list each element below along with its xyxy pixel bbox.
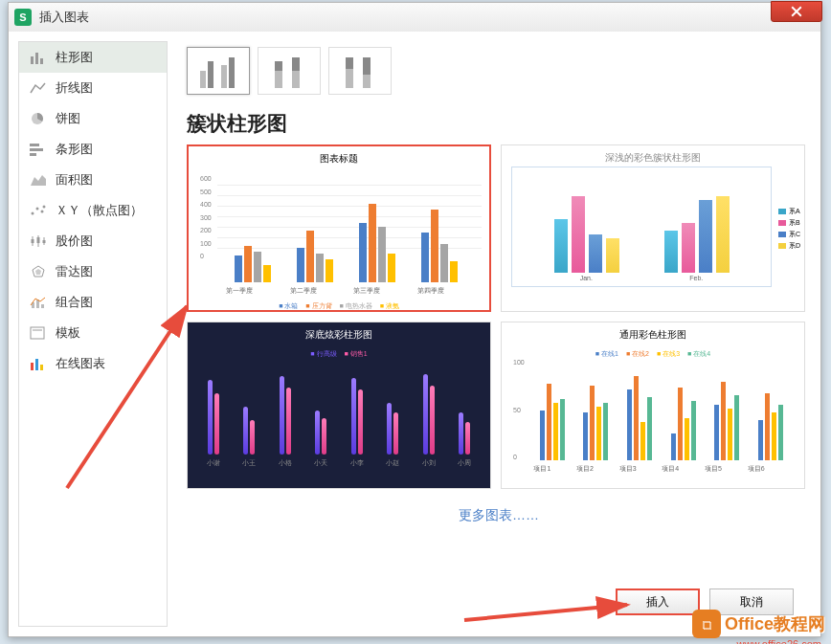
sidebar-label: 柱形图 <box>56 49 93 66</box>
sidebar-item-combo[interactable]: 组合图 <box>19 287 167 318</box>
svg-marker-7 <box>31 175 46 186</box>
sidebar-item-stock[interactable]: 股价图 <box>19 226 167 256</box>
svg-rect-0 <box>31 56 34 64</box>
subtype-row <box>187 41 811 104</box>
sidebar-label: 饼图 <box>56 110 80 127</box>
close-icon <box>791 6 802 17</box>
legend: ■ 水箱 ■ 压力背 ■ 电热水器 ■ 液氨 <box>189 296 489 311</box>
watermark-text: Office教程网 <box>725 612 825 635</box>
svg-rect-22 <box>41 304 44 308</box>
svg-marker-19 <box>35 269 41 275</box>
svg-rect-4 <box>30 144 39 146</box>
svg-rect-17 <box>43 240 46 243</box>
watermark-icon: □ <box>692 610 721 638</box>
chart-preview-1[interactable]: 图表标题 6005004003002001000 第一季度第二季度第三季度第四季… <box>187 144 491 312</box>
preview-title: 深底炫彩柱形图 <box>188 322 490 344</box>
combo-chart-icon <box>29 295 48 310</box>
stock-chart-icon <box>29 233 48 249</box>
scatter-chart-icon <box>29 203 48 218</box>
svg-rect-31 <box>229 57 235 88</box>
svg-point-9 <box>36 208 39 211</box>
more-charts-link[interactable]: 更多图表…… <box>187 489 811 542</box>
svg-rect-23 <box>31 327 44 339</box>
more-link-text[interactable]: 更多图表…… <box>459 507 539 522</box>
svg-rect-24 <box>33 329 42 331</box>
legend: ■ 在线1 ■ 在线2 ■ 在线3 ■ 在线4 <box>502 344 804 359</box>
sidebar-item-scatter[interactable]: ＸＹ（散点图） <box>19 195 167 226</box>
svg-point-10 <box>41 211 44 213</box>
sidebar-item-radar[interactable]: 雷达图 <box>19 256 167 287</box>
chart-type-sidebar: 柱形图 折线图 饼图 条形图 面积图 ＸＹ（散点图） <box>18 41 168 627</box>
svg-rect-27 <box>40 365 43 370</box>
sidebar-item-template[interactable]: 模板 <box>19 318 167 348</box>
bar-chart-icon <box>29 142 48 157</box>
watermark-url: www.office26.com <box>737 638 821 644</box>
svg-rect-25 <box>31 363 34 370</box>
online-chart-icon <box>29 356 48 371</box>
svg-point-11 <box>43 206 46 209</box>
svg-rect-6 <box>30 153 36 156</box>
svg-rect-29 <box>208 61 213 88</box>
legend: ■ 行高级 ■ 销售1 <box>188 344 490 359</box>
insert-chart-dialog: S 插入图表 柱形图 折线图 饼图 条形图 <box>8 2 821 637</box>
chart-preview-2[interactable]: 深浅的彩色簇状柱形图 Jan.Feb. 系A 系B 系C 系D <box>501 144 805 312</box>
sidebar-item-column[interactable]: 柱形图 <box>19 42 167 73</box>
svg-rect-2 <box>40 58 43 64</box>
svg-rect-28 <box>200 71 206 88</box>
line-chart-icon <box>29 80 48 96</box>
sidebar-item-area[interactable]: 面积图 <box>19 165 167 195</box>
svg-rect-33 <box>275 61 282 71</box>
sidebar-label: 组合图 <box>56 294 93 311</box>
chart-preview-3[interactable]: 深底炫彩柱形图 ■ 行高级 ■ 销售1 <box>187 322 491 489</box>
sidebar-item-bar[interactable]: 条形图 <box>19 134 167 165</box>
sidebar-label: 模板 <box>56 324 80 342</box>
svg-rect-13 <box>32 239 34 243</box>
template-icon <box>29 325 48 341</box>
sidebar-item-line[interactable]: 折线图 <box>19 73 167 103</box>
sidebar-label: 折线图 <box>56 79 93 97</box>
app-icon: S <box>14 9 32 26</box>
sidebar-label: 雷达图 <box>56 263 93 280</box>
subtype-clustered[interactable] <box>187 47 250 95</box>
insert-button[interactable]: 插入 <box>616 588 700 615</box>
svg-rect-35 <box>292 57 300 71</box>
svg-rect-30 <box>221 65 227 88</box>
sidebar-label: 面积图 <box>56 171 93 189</box>
area-chart-icon <box>29 172 48 188</box>
chart-preview-4[interactable]: 通用彩色柱形图 ■ 在线1 ■ 在线2 ■ 在线3 ■ 在线4 100500 <box>501 322 805 489</box>
preview-title: 深浅的彩色簇状柱形图 <box>502 145 804 167</box>
svg-point-8 <box>32 212 34 215</box>
dialog-body: 柱形图 折线图 饼图 条形图 面积图 ＸＹ（散点图） <box>9 32 820 636</box>
svg-rect-15 <box>37 237 40 243</box>
svg-rect-37 <box>346 57 353 69</box>
sidebar-label: 条形图 <box>56 141 93 158</box>
sidebar-label: 在线图表 <box>56 355 105 372</box>
close-button[interactable] <box>771 1 822 22</box>
titlebar: S 插入图表 <box>9 3 820 32</box>
sidebar-label: ＸＹ（散点图） <box>56 202 143 219</box>
preview-title: 图表标题 <box>189 146 489 167</box>
preview-title: 通用彩色柱形图 <box>502 322 804 344</box>
x-labels: 第一季度第二季度第三季度第四季度 <box>189 282 489 296</box>
legend: 系A 系B 系C 系D <box>778 205 800 253</box>
svg-rect-26 <box>35 359 38 370</box>
svg-rect-1 <box>35 53 38 64</box>
column-chart-icon <box>29 50 48 65</box>
content-pane: 簇状柱形图 图表标题 6005004003002001000 <box>168 41 811 627</box>
radar-chart-icon <box>29 264 48 279</box>
sidebar-item-pie[interactable]: 饼图 <box>19 103 167 134</box>
subtype-percent-stacked[interactable] <box>328 47 392 95</box>
svg-rect-39 <box>363 57 371 75</box>
sidebar-item-online[interactable]: 在线图表 <box>19 348 167 379</box>
preview-grid: 图表标题 6005004003002001000 第一季度第二季度第三季度第四季… <box>187 144 811 489</box>
subtype-stacked[interactable] <box>258 47 321 95</box>
x-labels: 项目1项目2项目3项目4项目5项目6 <box>502 460 804 474</box>
dialog-title: 插入图表 <box>39 9 89 26</box>
svg-rect-5 <box>30 148 43 151</box>
watermark: □ Office教程网 <box>692 610 825 638</box>
pie-chart-icon <box>29 111 48 126</box>
section-title: 簇状柱形图 <box>187 104 811 144</box>
sidebar-label: 股价图 <box>56 233 93 250</box>
